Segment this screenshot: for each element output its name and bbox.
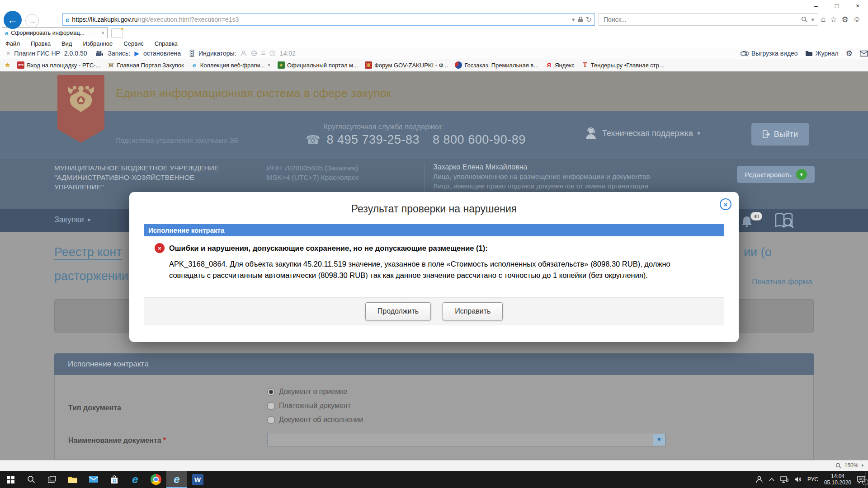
bookmark-web-fragments[interactable]: e Коллекция веб-фрагм... ▼ xyxy=(191,61,271,69)
bookmark-forum-gov-zakupki[interactable]: Ж Форум GOV-ZAKUPKI - Ф... xyxy=(365,61,448,69)
menu-favorites[interactable]: Избранное xyxy=(83,40,113,47)
page-title-line2: расторжении) xyxy=(54,269,132,283)
forward-button[interactable]: → xyxy=(25,14,39,28)
word-icon: W xyxy=(192,474,203,485)
page-title-link[interactable]: Реестр конт xyxy=(54,245,122,260)
radio-icon[interactable] xyxy=(267,416,275,424)
start-button[interactable] xyxy=(0,471,21,488)
plugin-name: Плагин ГИС НР xyxy=(14,50,60,57)
minimize-button[interactable]: – xyxy=(806,0,826,12)
zoom-magnifier-icon xyxy=(835,463,841,469)
gear-icon[interactable]: ⚙ xyxy=(842,15,849,24)
modal-close-icon[interactable]: × xyxy=(720,198,731,210)
bookmark-rts[interactable]: РТС Вход на площадку - РТС-... xyxy=(17,61,100,69)
task-view-button[interactable] xyxy=(42,471,62,488)
doc-name-select[interactable]: ▼ xyxy=(267,433,666,446)
menu-help[interactable]: Справка xyxy=(155,40,178,47)
close-button[interactable]: × xyxy=(847,0,868,12)
action-center-icon[interactable]: 1 xyxy=(857,476,865,483)
people-icon[interactable] xyxy=(755,476,763,483)
file-explorer-button[interactable] xyxy=(62,471,83,488)
back-button[interactable]: ← xyxy=(4,11,22,29)
ie-favicon: e xyxy=(66,16,69,23)
video-export-button[interactable]: Выгрузка видео xyxy=(741,50,798,57)
tab-close-icon[interactable]: × xyxy=(101,30,104,36)
browser-status-bar: 150% ▾ xyxy=(0,460,868,471)
logout-button[interactable]: Выйти xyxy=(751,123,809,145)
bookmark-tenders[interactable]: Т Тендеры.ру •Главная стр... xyxy=(581,61,664,69)
radio-option-execution[interactable]: Документ об исполнении xyxy=(267,416,363,424)
volume-icon[interactable] xyxy=(794,476,802,483)
section-body: Тип документа Документ о приемке Платежн… xyxy=(54,375,814,460)
registry-search-icon[interactable] xyxy=(774,212,795,230)
plugin-close-icon[interactable]: × xyxy=(6,50,10,57)
taskbar-search-button[interactable] xyxy=(21,471,42,488)
zoom-control[interactable]: 150% ▾ xyxy=(832,462,863,469)
tech-support-menu[interactable]: Техническая поддержка ▾ xyxy=(584,127,700,139)
language-indicator[interactable]: РУС xyxy=(807,476,818,483)
edit-button[interactable]: Редактировать ▼ xyxy=(737,166,815,183)
plugin-gear-icon[interactable]: ⚙ xyxy=(846,49,853,58)
refresh-icon[interactable]: ↻ xyxy=(586,15,592,24)
bookmark-portal-zakupok[interactable]: Ж Главная Портал Закупок xyxy=(107,61,184,69)
edge-icon: e xyxy=(132,473,138,486)
word-button[interactable]: W xyxy=(187,471,208,488)
favorites-bar-star-icon[interactable]: ★ xyxy=(5,61,10,69)
error-message: APK_3168_0864. Для объекта закупки 45.20… xyxy=(169,258,703,281)
edge-button[interactable]: e xyxy=(125,471,146,488)
select-caret-icon[interactable]: ▼ xyxy=(653,434,665,446)
search-icon[interactable] xyxy=(801,16,807,23)
search-box[interactable]: ▾ xyxy=(599,13,818,26)
journal-label: Журнал xyxy=(816,50,839,57)
new-tab-button[interactable]: ★ xyxy=(111,28,123,38)
radio-selected-icon[interactable] xyxy=(267,388,275,396)
maximize-button[interactable]: □ xyxy=(826,0,847,12)
list-indicator-icon: ≡ xyxy=(261,49,265,57)
radio-label: Документ об исполнении xyxy=(279,416,363,424)
bookmark-goszakaz[interactable]: Госзаказ. Премиальная в... xyxy=(455,61,538,69)
hidden-icons-chevron-icon[interactable] xyxy=(769,478,774,481)
show-desktop-button[interactable] xyxy=(865,471,868,488)
menu-tools[interactable]: Сервис xyxy=(123,40,144,47)
menu-view[interactable]: Вид xyxy=(61,40,72,47)
tray-clock[interactable]: 14:04 05.10.2020 xyxy=(824,473,851,486)
bookmark-label: Коллекция веб-фрагм... xyxy=(200,62,265,69)
user-name: Захарко Елена Михайловна xyxy=(433,162,659,172)
fix-button[interactable]: Исправить xyxy=(443,302,503,320)
menu-edit[interactable]: Правка xyxy=(31,40,51,47)
mail-icon xyxy=(89,476,99,483)
mail-app-button[interactable] xyxy=(83,471,104,488)
tab-active[interactable]: e Сформировать информац... × xyxy=(2,27,108,38)
network-icon[interactable] xyxy=(780,476,788,483)
continue-button[interactable]: Продолжить xyxy=(365,302,431,320)
search-input[interactable] xyxy=(603,15,797,23)
nav-item-zakupki[interactable]: Закупки ▾ xyxy=(54,215,90,225)
tab-favicon-icon: e xyxy=(5,30,8,37)
support-label: Круглосуточная служба поддержки: xyxy=(324,123,443,131)
search-caret-icon[interactable]: ▾ xyxy=(811,16,814,23)
zoom-caret-icon: ▾ xyxy=(861,463,863,468)
url-field[interactable]: e https://lk.zakupki.gov.ru/rgk/executio… xyxy=(62,13,595,26)
bookmark-yandex[interactable]: Я Яндекс xyxy=(545,61,575,69)
print-form-link[interactable]: Печатная форма xyxy=(752,277,812,286)
org-details: ИНН 7020005835 (Заказчик) MSK+4 (UTC+7) … xyxy=(267,163,416,182)
ie-icon: e xyxy=(174,473,179,486)
radio-icon[interactable] xyxy=(267,402,275,410)
bookmark-official-portal[interactable]: ★ Официальный портал м... xyxy=(278,61,358,69)
projector-icon xyxy=(741,50,749,56)
radio-option-acceptance[interactable]: Документ о приемке xyxy=(267,388,347,396)
radio-option-payment[interactable]: Платежный документ xyxy=(267,402,351,410)
store-app-button[interactable] xyxy=(104,471,125,488)
chrome-button[interactable] xyxy=(146,471,166,488)
play-icon[interactable]: ▶ xyxy=(134,50,139,57)
journal-button[interactable]: Журнал xyxy=(805,50,839,57)
url-dropdown-caret-icon[interactable]: ▾ xyxy=(572,16,575,23)
home-icon[interactable]: ⌂ xyxy=(821,15,826,24)
plugin-mail-icon[interactable] xyxy=(860,51,868,56)
radio-label: Документ о приемке xyxy=(279,388,347,396)
favorites-icon[interactable]: ☆ xyxy=(830,15,837,24)
ie-button-active[interactable]: e xyxy=(166,471,187,488)
menu-file[interactable]: Файл xyxy=(5,40,20,47)
divider xyxy=(832,462,832,469)
feedback-icon[interactable]: ☺ xyxy=(853,15,861,24)
